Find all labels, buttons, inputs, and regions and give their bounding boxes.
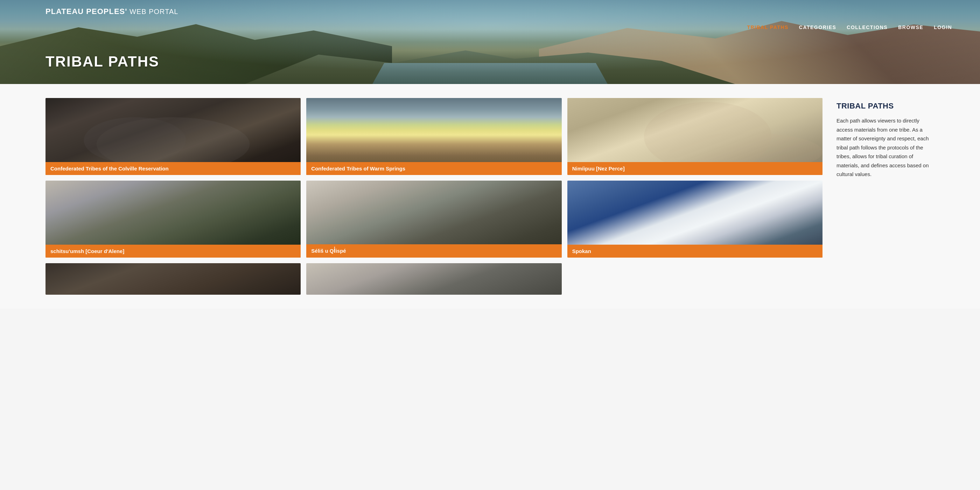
nav-tribal-paths[interactable]: TRIBAL PATHS	[747, 24, 788, 30]
tribal-paths-sidebar: TRIBAL PATHS Each path allows viewers to…	[837, 98, 934, 295]
hero-section: PLATEAU PEOPLES' WEB PORTAL TRIBAL PATHS…	[0, 0, 980, 84]
tribe-card-warm-springs[interactable]: Confederated Tribes of Warm Springs	[306, 98, 562, 175]
main-content: Confederated Tribes of the Colville Rese…	[0, 84, 980, 309]
tribe-card-label-spokan: Spokan	[567, 245, 822, 258]
sidebar-title: TRIBAL PATHS	[837, 102, 934, 111]
nav-categories[interactable]: CATEGORIES	[799, 24, 837, 30]
tribe-card-img-partial2	[306, 263, 562, 295]
tribe-card-partial2[interactable]	[306, 263, 562, 295]
logo-rest: WEB PORTAL	[127, 8, 178, 15]
tribe-card-spokan[interactable]: Spokan	[567, 181, 822, 258]
tribe-card-label-colville: Confederated Tribes of the Colville Rese…	[46, 162, 301, 175]
nav-collections[interactable]: COLLECTIONS	[846, 24, 888, 30]
tribal-grid: Confederated Tribes of the Colville Rese…	[46, 98, 822, 295]
tribe-card-img-partial1	[46, 263, 301, 295]
main-navigation: TRIBAL PATHS CATEGORIES COLLECTIONS BROW…	[747, 24, 952, 30]
tribe-card-coeur-dalene[interactable]: schitsu'umsh [Coeur d'Alene]	[46, 181, 301, 258]
tribe-card-label-nez-perce: Nimíipuu [Nez Perce]	[567, 162, 822, 175]
tribe-card-label-warm-springs: Confederated Tribes of Warm Springs	[306, 162, 562, 175]
tribe-card-partial1[interactable]	[46, 263, 301, 295]
hero-title: TRIBAL PATHS	[46, 53, 159, 70]
tribe-card-selis[interactable]: Séliš u Ql̓ispé	[306, 181, 562, 258]
sidebar-description: Each path allows viewers to directly acc…	[837, 116, 934, 179]
site-logo[interactable]: PLATEAU PEOPLES' WEB PORTAL	[46, 7, 178, 16]
nav-browse[interactable]: BROWSE	[898, 24, 923, 30]
svg-point-1	[84, 117, 186, 164]
nav-login[interactable]: LOGIN	[934, 24, 952, 30]
logo-bold: PLATEAU PEOPLES'	[46, 7, 127, 16]
tribe-card-label-coeur-dalene: schitsu'umsh [Coeur d'Alene]	[46, 245, 301, 258]
tribe-card-label-selis: Séliš u Ql̓ispé	[306, 244, 562, 258]
tribe-card-nez-perce[interactable]: Nimíipuu [Nez Perce]	[567, 98, 822, 175]
tribe-card-colville[interactable]: Confederated Tribes of the Colville Rese…	[46, 98, 301, 175]
